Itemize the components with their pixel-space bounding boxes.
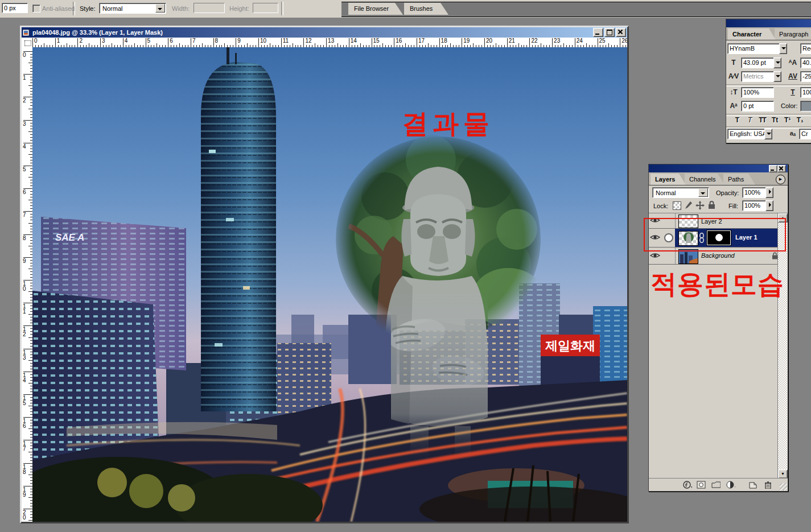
layer-style-button[interactable] [683, 481, 692, 489]
text-color-swatch[interactable] [800, 101, 811, 112]
antialias-input[interactable]: Cr [799, 129, 811, 139]
horizontal-scale-icon: T [787, 88, 799, 96]
palette-close-button[interactable] [777, 165, 786, 172]
tab-file-browser[interactable]: File Browser [348, 3, 403, 15]
small-caps-button[interactable]: Tt [769, 116, 780, 124]
anti-aliased-checkbox[interactable] [32, 5, 40, 13]
tracking-icon: AV [787, 72, 799, 80]
lock-all-icon[interactable] [708, 201, 715, 209]
new-group-button[interactable] [711, 481, 721, 489]
divider [726, 84, 811, 86]
all-caps-button[interactable]: TT [757, 116, 768, 124]
kerning-icon: A⁄V [727, 72, 740, 80]
language-input[interactable]: English: USA [727, 129, 765, 139]
kerning-dropdown-arrow[interactable] [773, 71, 781, 82]
options-separator [281, 2, 283, 15]
layer-name[interactable]: Background [701, 252, 735, 259]
width-input[interactable] [194, 3, 225, 13]
anti-aliased-label: Anti-aliased [42, 5, 75, 12]
blend-mode-arrow[interactable] [698, 188, 708, 197]
add-mask-button[interactable] [697, 481, 706, 489]
options-separator [73, 2, 75, 15]
leading-input[interactable]: 40. [800, 57, 811, 68]
adjustment-layer-button[interactable] [726, 481, 735, 489]
faux-italic-button[interactable]: T [744, 116, 755, 124]
height-input[interactable] [253, 3, 278, 13]
vertical-scale-icon: ↕T [727, 88, 740, 96]
ruler-origin-box[interactable] [22, 38, 33, 48]
delete-layer-button[interactable] [764, 481, 773, 489]
style-dropdown-arrow[interactable] [155, 4, 165, 13]
antialias-icon: aₐ [787, 130, 799, 137]
maximize-button[interactable] [604, 28, 615, 37]
lock-position-icon[interactable] [695, 201, 705, 210]
font-family-dropdown-arrow[interactable] [779, 43, 787, 54]
tab-paragraph[interactable]: Paragraph [775, 28, 811, 40]
vertical-scale-input[interactable]: 100% [741, 87, 774, 98]
subscript-button[interactable]: T₁ [794, 116, 805, 124]
width-label: Width: [172, 5, 190, 12]
fill-label: Fill: [728, 203, 738, 209]
superscript-button[interactable]: T¹ [782, 116, 793, 124]
blend-mode-dropdown[interactable]: Normal [652, 187, 709, 198]
blend-opacity-row: Normal Opacity: 100% [649, 186, 788, 200]
font-size-dropdown-arrow[interactable] [773, 57, 781, 68]
document-title: pla04048.jpg @ 33.3% (Layer 1, Layer Mas… [32, 29, 163, 36]
document-titlebar[interactable]: pla04048.jpg @ 33.3% (Layer 1, Layer Mas… [22, 27, 627, 38]
tab-paths[interactable]: Paths [723, 174, 755, 185]
layers-scrollbar[interactable]: ▲ ▼ [777, 213, 787, 479]
lock-transparency-icon[interactable] [673, 201, 681, 210]
minimize-button[interactable] [593, 28, 603, 37]
font-size-icon: T [727, 59, 740, 67]
layers-bottom-bar [649, 478, 788, 491]
baseline-shift-input[interactable]: 0 pt [741, 101, 774, 112]
opacity-input[interactable]: 100% [742, 187, 766, 198]
language-dropdown-arrow[interactable] [764, 129, 772, 139]
red-sign-text: 제일화재 [545, 339, 595, 353]
kerning-input[interactable]: Metrics [741, 71, 774, 82]
horizontal-scale-input[interactable]: 100 [800, 87, 811, 98]
font-size-input[interactable]: 43.09 pt [741, 57, 774, 68]
font-style-input[interactable]: Regu [800, 43, 811, 54]
faux-bold-button[interactable]: T [732, 116, 743, 124]
palette-docking-well: File Browser Brushes [341, 2, 811, 17]
font-family-input[interactable]: HYnamB [727, 43, 780, 54]
lock-fill-row: Lock: Fill: 100% [649, 200, 788, 213]
style-label: Style: [80, 5, 96, 12]
feather-input[interactable]: 0 px [2, 3, 28, 13]
new-layer-button[interactable] [749, 481, 758, 489]
building-sign-text: SAE A [55, 232, 84, 243]
baseline-shift-icon: Aᵃ [727, 102, 740, 110]
photoshop-workspace: { "options_bar": { "position_value": "0 … [0, 0, 811, 532]
palette-minimize-button[interactable] [769, 165, 777, 172]
style-dropdown[interactable]: Normal [99, 3, 166, 14]
close-button[interactable] [616, 28, 626, 37]
image-canvas[interactable]: 제일화재 SAE A [32, 47, 627, 522]
opacity-slider-button[interactable] [765, 187, 773, 198]
leading-icon: ᴬA [787, 59, 799, 67]
vertical-ruler: 01234567891 01 11 21 31 41 51 61 71 81 9… [22, 47, 33, 522]
layers-palette: Layers Channels Paths Normal Opacity: 10… [648, 164, 788, 492]
height-label: Height: [229, 5, 249, 12]
layers-palette-titlebar[interactable] [649, 164, 788, 172]
palette-menu-button[interactable] [776, 175, 785, 184]
horizontal-ruler: 0123456789101112131415161718192021222324… [32, 38, 627, 48]
tracking-input[interactable]: -25 [800, 71, 811, 82]
tab-channels[interactable]: Channels [685, 174, 724, 185]
fill-input[interactable]: 100% [742, 200, 766, 211]
resize-grip[interactable] [780, 483, 787, 490]
fill-slider-button[interactable] [765, 200, 773, 211]
annotation-applied-text: 적용된모습 [651, 267, 784, 302]
tab-character[interactable]: Character [728, 28, 776, 40]
scroll-down-button[interactable]: ▼ [778, 469, 788, 479]
tab-layers[interactable]: Layers [651, 174, 686, 185]
city-mini [679, 250, 698, 263]
character-palette-titlebar[interactable] [726, 19, 811, 27]
document-icon [23, 29, 30, 36]
photo-composite: 제일화재 SAE A [32, 47, 627, 522]
lock-pixels-icon[interactable] [684, 201, 693, 210]
color-label: Color: [781, 102, 797, 109]
layers-palette-tabs: Layers Channels Paths [649, 172, 788, 185]
tab-brushes[interactable]: Brushes [404, 3, 448, 15]
character-palette-tabs: Character Paragraph [726, 27, 811, 40]
